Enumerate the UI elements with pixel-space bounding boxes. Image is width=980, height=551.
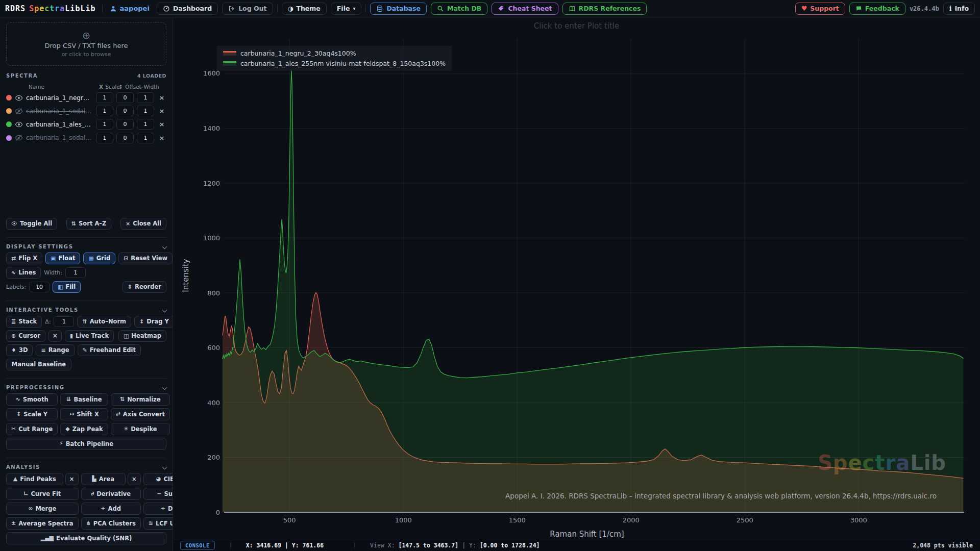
area-button[interactable]: ▙Area bbox=[81, 473, 126, 485]
chevron-down-icon[interactable] bbox=[162, 385, 167, 390]
preprocessing-section: PREPROCESSING ∿Smooth ⇊Baseline ⇅Normali… bbox=[6, 378, 166, 453]
toggle-all-button[interactable]: Toggle All bbox=[6, 218, 57, 230]
eye-icon[interactable] bbox=[15, 94, 23, 102]
shift-x-button[interactable]: ↔Shift X bbox=[60, 408, 108, 420]
logout-button[interactable]: Log Out bbox=[222, 3, 273, 15]
find-peaks-button[interactable]: ▲Find Peaks bbox=[6, 473, 63, 485]
color-dot[interactable] bbox=[6, 108, 12, 114]
live-track-button[interactable]: ▮Live Track bbox=[65, 330, 114, 342]
find-peaks-clear-button[interactable]: × bbox=[65, 473, 79, 485]
eye-off-icon[interactable] bbox=[15, 134, 23, 142]
cursor-clear-button[interactable]: × bbox=[48, 330, 62, 342]
dashboard-button[interactable]: Dashboard bbox=[157, 3, 218, 15]
database-button[interactable]: Database bbox=[370, 3, 427, 15]
labels-count-input[interactable] bbox=[29, 282, 50, 292]
zap-peak-button[interactable]: ◆Zap Peak bbox=[60, 423, 108, 435]
chevron-down-icon[interactable] bbox=[162, 308, 167, 313]
scale-input[interactable] bbox=[96, 119, 113, 130]
scale-input[interactable] bbox=[96, 133, 113, 143]
manual-baseline-button[interactable]: Manual Baseline bbox=[6, 359, 71, 370]
offset-input[interactable] bbox=[116, 133, 134, 143]
info-button[interactable]: i Info bbox=[943, 3, 975, 15]
chevron-down-icon[interactable] bbox=[162, 465, 167, 470]
baseline-button[interactable]: ⇊Baseline bbox=[60, 393, 108, 406]
match-db-button[interactable]: Match DB bbox=[431, 3, 487, 15]
remove-spectrum-button[interactable]: × bbox=[157, 120, 166, 128]
pca-clusters-button[interactable]: ⋔PCA Clusters bbox=[81, 517, 141, 530]
chat-bubble-icon bbox=[855, 5, 862, 12]
float-button[interactable]: ▣Float bbox=[45, 253, 80, 264]
axis-convert-button[interactable]: ⇄Axis Convert bbox=[111, 408, 170, 420]
curve-fit-button[interactable]: ∟Curve Fit bbox=[6, 488, 79, 500]
freehand-edit-button[interactable]: ✎Freehand Edit bbox=[78, 344, 141, 356]
width-input[interactable] bbox=[137, 92, 154, 103]
divide-button[interactable]: ÷Divide bbox=[143, 503, 173, 515]
three-d-button[interactable]: ♦3D bbox=[6, 344, 33, 356]
plot-title-placeholder[interactable]: Click to enter Plot title bbox=[173, 21, 980, 31]
scale-input[interactable] bbox=[96, 106, 113, 116]
reorder-button[interactable]: ⇕Reorder bbox=[122, 281, 166, 293]
plot-legend[interactable]: carbunaria_1_negru_2_30aq4s100% carbunar… bbox=[217, 46, 452, 71]
color-dot[interactable] bbox=[6, 121, 12, 127]
spectrum-name[interactable]: carbunaria_1_sodalit… bbox=[26, 108, 93, 115]
offset-input[interactable] bbox=[116, 106, 134, 116]
remove-spectrum-button[interactable]: × bbox=[157, 134, 166, 142]
console-button[interactable]: CONSOLE bbox=[180, 541, 215, 550]
offset-input[interactable] bbox=[116, 92, 134, 103]
theme-button[interactable]: ◑ Theme bbox=[282, 3, 327, 15]
width-input[interactable] bbox=[137, 119, 154, 130]
spectrum-name[interactable]: carbunaria_1_negru… bbox=[26, 94, 93, 102]
close-all-button[interactable]: × Close All bbox=[120, 218, 166, 230]
flip-x-button[interactable]: ⇄Flip X bbox=[6, 253, 42, 264]
cursor-button[interactable]: ⊕Cursor bbox=[6, 330, 45, 342]
despike-button[interactable]: ✳Despike bbox=[111, 423, 170, 435]
file-menu-button[interactable]: File ▾ bbox=[331, 3, 362, 15]
width-input[interactable] bbox=[137, 106, 154, 116]
spectrum-name[interactable]: carbunaria_1_sodalit… bbox=[26, 134, 93, 141]
add-button[interactable]: +Add bbox=[81, 503, 141, 515]
scale-input[interactable] bbox=[96, 92, 113, 103]
auto-norm-button[interactable]: ⇈Auto–Norm bbox=[77, 316, 131, 328]
remove-spectrum-button[interactable]: × bbox=[157, 107, 166, 115]
average-spectra-button[interactable]: ±Average Spectra bbox=[6, 517, 79, 530]
file-dropzone[interactable]: ⊕ Drop CSV / TXT files here or click to … bbox=[6, 22, 166, 66]
cheat-sheet-button[interactable]: Cheat Sheet bbox=[492, 3, 558, 15]
line-width-input[interactable] bbox=[65, 267, 86, 278]
remove-spectrum-button[interactable]: × bbox=[157, 94, 166, 102]
smooth-button[interactable]: ∿Smooth bbox=[6, 393, 58, 406]
normalize-button[interactable]: ⇅Normalize bbox=[111, 393, 170, 406]
support-button[interactable]: ♥ Support bbox=[795, 3, 845, 15]
grid-button[interactable]: ▦Grid bbox=[83, 253, 115, 264]
scale-y-button[interactable]: ↕Scale Y bbox=[6, 408, 58, 420]
drag-y-button[interactable]: ↕Drag Y bbox=[134, 316, 173, 328]
eye-off-icon[interactable] bbox=[15, 107, 23, 115]
lines-button[interactable]: ∿Lines bbox=[6, 267, 41, 279]
batch-pipeline-button[interactable]: ⚡Batch Pipeline bbox=[6, 438, 166, 450]
subtract-button[interactable]: −Subtract bbox=[143, 488, 173, 500]
cut-range-button[interactable]: ✂Cut Range bbox=[6, 423, 58, 435]
derivative-button[interactable]: ∂Derivative bbox=[81, 488, 141, 500]
color-dot[interactable] bbox=[6, 95, 12, 101]
stack-button[interactable]: ≣Stack bbox=[6, 316, 42, 328]
stack-delta-input[interactable] bbox=[54, 316, 74, 327]
rdrs-references-button[interactable]: RDRS References bbox=[562, 3, 647, 15]
lcf-unmixing-button[interactable]: ≋LCF Unmixing bbox=[143, 517, 173, 530]
spectrum-name[interactable]: carbunaria_1_ales_2… bbox=[26, 121, 93, 128]
area-clear-button[interactable]: × bbox=[128, 473, 141, 485]
chevron-down-icon[interactable] bbox=[162, 244, 167, 249]
range-button[interactable]: ≡Range bbox=[36, 344, 74, 356]
merge-button[interactable]: ∞Merge bbox=[6, 503, 79, 515]
heatmap-button[interactable]: ◫Heatmap bbox=[118, 330, 166, 342]
evaluate-quality-button[interactable]: ▂▄▆Evaluate Quality (SNR) bbox=[6, 532, 166, 544]
fill-button[interactable]: ◧Fill bbox=[53, 281, 81, 293]
eye-icon[interactable] bbox=[15, 120, 23, 129]
sort-az-button[interactable]: ⇅ Sort A–Z bbox=[66, 218, 112, 230]
offset-input[interactable] bbox=[116, 119, 134, 130]
color-dot[interactable] bbox=[6, 135, 12, 141]
user-menu[interactable]: aapopei bbox=[107, 5, 153, 12]
reset-view-button[interactable]: ⊡Reset View bbox=[118, 253, 173, 264]
spectra-list-empty-space bbox=[6, 144, 166, 218]
width-input[interactable] bbox=[137, 133, 154, 143]
cie-color-button[interactable]: ◕CIE Color bbox=[143, 473, 173, 485]
feedback-button[interactable]: Feedback bbox=[849, 3, 905, 15]
